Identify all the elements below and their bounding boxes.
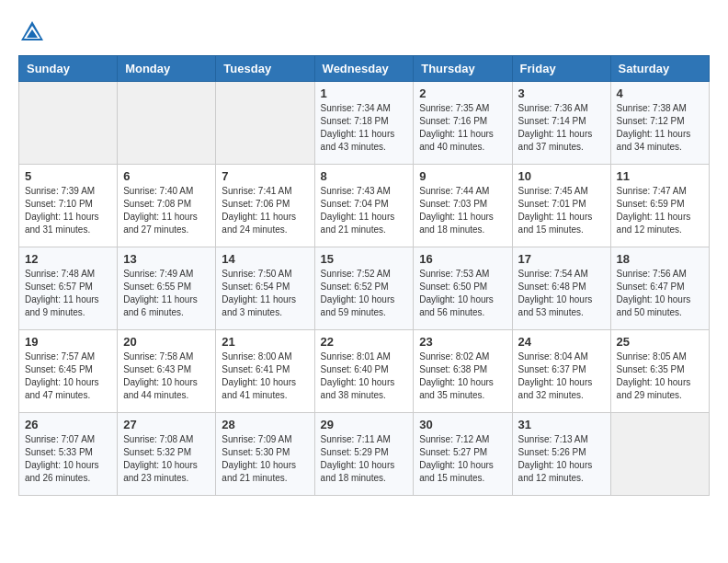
calendar-cell: 1Sunrise: 7:34 AM Sunset: 7:18 PM Daylig… [314,82,414,165]
day-info: Sunrise: 7:58 AM Sunset: 6:43 PM Dayligh… [123,350,210,402]
calendar-week-row: 1Sunrise: 7:34 AM Sunset: 7:18 PM Daylig… [19,82,710,165]
calendar-cell [610,413,709,496]
day-number: 2 [419,86,506,100]
logo-icon [18,18,46,46]
calendar-cell: 14Sunrise: 7:50 AM Sunset: 6:54 PM Dayli… [216,247,314,330]
day-of-week-header: Monday [118,56,216,82]
calendar-header-row: SundayMondayTuesdayWednesdayThursdayFrid… [19,56,710,82]
calendar-cell: 11Sunrise: 7:47 AM Sunset: 6:59 PM Dayli… [610,165,709,247]
calendar-cell: 2Sunrise: 7:35 AM Sunset: 7:16 PM Daylig… [414,82,512,165]
day-number: 24 [518,335,605,349]
day-number: 19 [25,335,111,349]
logo [18,18,50,46]
day-number: 11 [617,169,703,183]
day-info: Sunrise: 7:54 AM Sunset: 6:48 PM Dayligh… [518,268,605,319]
day-info: Sunrise: 7:45 AM Sunset: 7:01 PM Dayligh… [518,185,605,236]
calendar-cell: 19Sunrise: 7:57 AM Sunset: 6:45 PM Dayli… [19,330,118,413]
day-info: Sunrise: 7:34 AM Sunset: 7:18 PM Dayligh… [321,102,408,154]
day-number: 22 [321,335,408,349]
day-info: Sunrise: 7:07 AM Sunset: 5:33 PM Dayligh… [25,433,111,485]
calendar-cell: 16Sunrise: 7:53 AM Sunset: 6:50 PM Dayli… [414,247,512,330]
day-number: 31 [518,418,605,431]
calendar-cell: 25Sunrise: 8:05 AM Sunset: 6:35 PM Dayli… [610,330,709,413]
day-info: Sunrise: 7:13 AM Sunset: 5:26 PM Dayligh… [518,433,605,485]
calendar-cell: 30Sunrise: 7:12 AM Sunset: 5:27 PM Dayli… [414,413,512,496]
day-of-week-header: Tuesday [216,56,314,82]
calendar-table: SundayMondayTuesdayWednesdayThursdayFrid… [18,55,710,496]
day-number: 26 [25,418,111,431]
day-info: Sunrise: 8:02 AM Sunset: 6:38 PM Dayligh… [419,350,506,402]
day-of-week-header: Saturday [610,56,709,82]
day-number: 28 [222,418,308,431]
day-info: Sunrise: 7:56 AM Sunset: 6:47 PM Dayligh… [617,268,703,319]
day-number: 16 [419,252,506,266]
calendar-cell: 15Sunrise: 7:52 AM Sunset: 6:52 PM Dayli… [314,247,414,330]
calendar-cell: 28Sunrise: 7:09 AM Sunset: 5:30 PM Dayli… [216,413,314,496]
day-info: Sunrise: 7:50 AM Sunset: 6:54 PM Dayligh… [222,268,308,319]
day-info: Sunrise: 8:04 AM Sunset: 6:37 PM Dayligh… [518,350,605,402]
day-of-week-header: Sunday [19,56,118,82]
day-number: 29 [321,418,408,431]
day-info: Sunrise: 7:48 AM Sunset: 6:57 PM Dayligh… [25,268,111,319]
day-number: 4 [617,86,703,100]
day-info: Sunrise: 7:49 AM Sunset: 6:55 PM Dayligh… [123,268,210,319]
calendar-cell: 26Sunrise: 7:07 AM Sunset: 5:33 PM Dayli… [19,413,118,496]
day-number: 23 [419,335,506,349]
calendar-cell: 23Sunrise: 8:02 AM Sunset: 6:38 PM Dayli… [414,330,512,413]
day-number: 27 [123,418,210,431]
calendar-cell: 4Sunrise: 7:38 AM Sunset: 7:12 PM Daylig… [610,82,709,165]
day-info: Sunrise: 7:40 AM Sunset: 7:08 PM Dayligh… [123,185,210,236]
calendar-cell [19,82,118,165]
day-info: Sunrise: 7:38 AM Sunset: 7:12 PM Dayligh… [617,102,703,154]
calendar-cell: 27Sunrise: 7:08 AM Sunset: 5:32 PM Dayli… [118,413,216,496]
day-number: 21 [222,335,308,349]
day-info: Sunrise: 7:57 AM Sunset: 6:45 PM Dayligh… [25,350,111,402]
day-number: 18 [617,252,703,266]
day-info: Sunrise: 7:08 AM Sunset: 5:32 PM Dayligh… [123,433,210,485]
day-of-week-header: Wednesday [314,56,414,82]
day-number: 25 [617,335,703,349]
day-number: 5 [25,169,111,183]
calendar-cell: 12Sunrise: 7:48 AM Sunset: 6:57 PM Dayli… [19,247,118,330]
calendar-cell [216,82,314,165]
calendar-cell: 22Sunrise: 8:01 AM Sunset: 6:40 PM Dayli… [314,330,414,413]
day-info: Sunrise: 7:53 AM Sunset: 6:50 PM Dayligh… [419,268,506,319]
day-number: 15 [321,252,408,266]
day-info: Sunrise: 7:41 AM Sunset: 7:06 PM Dayligh… [222,185,308,236]
calendar-cell: 21Sunrise: 8:00 AM Sunset: 6:41 PM Dayli… [216,330,314,413]
day-number: 12 [25,252,111,266]
day-info: Sunrise: 7:43 AM Sunset: 7:04 PM Dayligh… [321,185,408,236]
calendar-cell: 18Sunrise: 7:56 AM Sunset: 6:47 PM Dayli… [610,247,709,330]
calendar-cell: 31Sunrise: 7:13 AM Sunset: 5:26 PM Dayli… [512,413,610,496]
calendar-cell: 20Sunrise: 7:58 AM Sunset: 6:43 PM Dayli… [118,330,216,413]
calendar-week-row: 19Sunrise: 7:57 AM Sunset: 6:45 PM Dayli… [19,330,710,413]
day-info: Sunrise: 7:36 AM Sunset: 7:14 PM Dayligh… [518,102,605,154]
page-header [18,18,710,46]
calendar-cell: 6Sunrise: 7:40 AM Sunset: 7:08 PM Daylig… [118,165,216,247]
calendar-week-row: 5Sunrise: 7:39 AM Sunset: 7:10 PM Daylig… [19,165,710,247]
calendar-cell: 29Sunrise: 7:11 AM Sunset: 5:29 PM Dayli… [314,413,414,496]
day-info: Sunrise: 8:00 AM Sunset: 6:41 PM Dayligh… [222,350,308,402]
day-number: 3 [518,86,605,100]
day-info: Sunrise: 8:05 AM Sunset: 6:35 PM Dayligh… [617,350,703,402]
calendar-cell [118,82,216,165]
day-info: Sunrise: 7:12 AM Sunset: 5:27 PM Dayligh… [419,433,506,485]
calendar-cell: 9Sunrise: 7:44 AM Sunset: 7:03 PM Daylig… [414,165,512,247]
day-number: 7 [222,169,308,183]
calendar-cell: 7Sunrise: 7:41 AM Sunset: 7:06 PM Daylig… [216,165,314,247]
day-number: 9 [419,169,506,183]
day-number: 10 [518,169,605,183]
calendar-cell: 24Sunrise: 8:04 AM Sunset: 6:37 PM Dayli… [512,330,610,413]
day-number: 6 [123,169,210,183]
day-info: Sunrise: 7:35 AM Sunset: 7:16 PM Dayligh… [419,102,506,154]
calendar-cell: 5Sunrise: 7:39 AM Sunset: 7:10 PM Daylig… [19,165,118,247]
calendar-week-row: 26Sunrise: 7:07 AM Sunset: 5:33 PM Dayli… [19,413,710,496]
day-info: Sunrise: 7:47 AM Sunset: 6:59 PM Dayligh… [617,185,703,236]
day-info: Sunrise: 7:11 AM Sunset: 5:29 PM Dayligh… [321,433,408,485]
calendar-cell: 3Sunrise: 7:36 AM Sunset: 7:14 PM Daylig… [512,82,610,165]
day-info: Sunrise: 7:44 AM Sunset: 7:03 PM Dayligh… [419,185,506,236]
day-number: 30 [419,418,506,431]
day-number: 8 [321,169,408,183]
day-info: Sunrise: 7:39 AM Sunset: 7:10 PM Dayligh… [25,185,111,236]
day-number: 13 [123,252,210,266]
